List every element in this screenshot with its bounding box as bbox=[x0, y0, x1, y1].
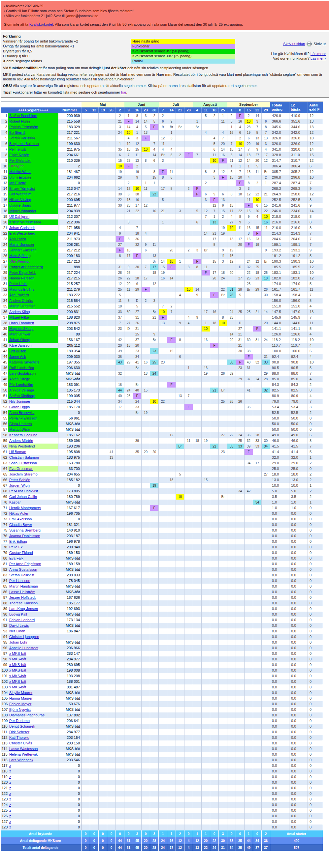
seglare-link[interactable]: Olle Wenrup bbox=[9, 259, 29, 263]
seglare-link[interactable]: Peter Degerfeldt bbox=[9, 271, 36, 275]
seglare-link[interactable]: Per Tengå bbox=[9, 147, 26, 151]
seglare-link[interactable]: Hanna Persson bbox=[9, 276, 34, 280]
seglare-link[interactable]: Kati Thorwid bbox=[9, 736, 29, 740]
seglare-link[interactable]: Claudia Beyer bbox=[9, 523, 32, 527]
seglare-link[interactable]: Per Hansson bbox=[9, 579, 30, 583]
seglare-link[interactable]: z bbox=[9, 769, 11, 773]
seglare-link[interactable]: Sofia Gustafsson bbox=[9, 461, 37, 465]
seglare-link[interactable]: Martin Schömer bbox=[9, 304, 35, 308]
seglare-link[interactable]: Christer Ljunggren bbox=[9, 635, 39, 639]
har-link[interactable]: här bbox=[121, 90, 126, 94]
seglare-link[interactable]: Martin Jonsson bbox=[9, 243, 34, 247]
seglare-link[interactable]: Åsa Polfjärd bbox=[9, 293, 29, 297]
seglare-link[interactable]: Ann Lorén bbox=[9, 237, 26, 241]
seglare-link[interactable]: Therese Karlsson bbox=[9, 601, 37, 605]
seglare-link[interactable]: Jesper Hoffstedt bbox=[9, 595, 36, 599]
seglare-link[interactable]: Diamantis Plachouras bbox=[9, 713, 45, 717]
seglare-link[interactable]: Kristin Wilhelmsson bbox=[9, 220, 41, 224]
seglare-link[interactable]: Ulf Myrin bbox=[9, 164, 23, 168]
seglare-link[interactable]: x MKS-båt bbox=[9, 674, 26, 678]
seglare-link[interactable]: Gustav Eklund bbox=[9, 551, 33, 555]
seglare-link[interactable]: x MKS-båt bbox=[9, 668, 26, 672]
seglare-link[interactable]: Erik Westerberg bbox=[9, 231, 35, 235]
seglare-link[interactable]: Ulf Dahlgren bbox=[9, 215, 29, 218]
seglare-link[interactable]: Helena Wetterwik bbox=[9, 752, 37, 756]
seglare-link[interactable]: Janne Ask bbox=[9, 354, 26, 359]
seglare-link[interactable]: Marc Schwer bbox=[9, 332, 30, 336]
seglare-link[interactable]: Pär Lundström bbox=[9, 382, 33, 386]
seglare-link[interactable]: z bbox=[9, 792, 11, 796]
seglare-link[interactable]: Lars Widebeck bbox=[9, 758, 33, 762]
seglare-link[interactable]: Lasse Hellström bbox=[9, 590, 35, 594]
seglare-link[interactable]: Anian Kriege bbox=[9, 377, 30, 381]
seglare-link[interactable]: Per Redemo bbox=[9, 719, 30, 723]
seglare-link[interactable]: Magnus Elgåhs bbox=[9, 287, 34, 291]
seglare-link[interactable]: Magnus Skoog bbox=[9, 327, 33, 331]
seglare-link[interactable]: Susanna Bremberg bbox=[9, 528, 40, 532]
seglare-link[interactable]: Pontus Fernström bbox=[9, 125, 38, 129]
seglare-link[interactable]: Björn Erixson bbox=[9, 175, 31, 179]
seglare-link[interactable]: Anna Gustafsson bbox=[9, 567, 37, 571]
seglare-link[interactable]: David Lewis bbox=[9, 623, 29, 627]
seglare-link[interactable]: z bbox=[9, 764, 11, 768]
seglare-link[interactable]: Ulf Boman bbox=[9, 450, 26, 454]
seglare-link[interactable]: z bbox=[9, 803, 11, 807]
seglare-link[interactable]: Nils Jöninger bbox=[9, 399, 30, 403]
seglare-link[interactable]: Per-Erik Eriksson bbox=[9, 416, 37, 420]
seglare-link[interactable]: Katarina Smedfors bbox=[9, 360, 39, 364]
seglare-link[interactable]: Peter Holm bbox=[9, 282, 27, 286]
kvallskorkortet-link[interactable]: Kvällskörkortet bbox=[29, 23, 53, 26]
seglare-link[interactable]: x MKS-båt bbox=[9, 663, 26, 666]
seglare-link[interactable]: z bbox=[9, 825, 11, 829]
seglare-link[interactable]: Jörgen Wigh bbox=[9, 484, 30, 487]
seglare-link[interactable]: Niklas Virving bbox=[9, 198, 31, 202]
seglare-link[interactable]: Sibylle Maurer bbox=[9, 691, 32, 695]
seglare-link[interactable]: Per Ohlander bbox=[9, 158, 31, 162]
seglare-link[interactable]: Stefan Sundblom bbox=[9, 114, 37, 118]
seglare-link[interactable]: Bengt Schaurek bbox=[9, 724, 35, 728]
seglare-link[interactable]: Hanna Maurer bbox=[9, 696, 32, 700]
las-mer-link-2[interactable]: Läs mer> bbox=[310, 56, 326, 60]
seglare-link[interactable]: Kaspar bbox=[9, 500, 21, 504]
seglare-link[interactable]: Benjamin Bultman bbox=[9, 142, 38, 146]
seglare-link[interactable]: Ian Elliotte bbox=[9, 181, 26, 185]
seglare-link[interactable]: z bbox=[9, 819, 11, 824]
seglare-link[interactable]: Mikael Hilke bbox=[9, 315, 29, 319]
seglare-link[interactable]: Eva Grossman bbox=[9, 467, 33, 471]
seglare-link[interactable]: Lars Krog-Jensen bbox=[9, 607, 38, 611]
seglare-link[interactable]: z bbox=[9, 808, 11, 812]
seglare-link[interactable]: Johan Luhr bbox=[9, 640, 27, 644]
seglare-link[interactable]: Robert Huhn bbox=[9, 119, 30, 123]
seglare-link[interactable]: Kenneth Höglund bbox=[9, 433, 37, 437]
seglare-link[interactable]: z bbox=[9, 797, 11, 801]
seglare-link[interactable]: x MKS-båt bbox=[9, 685, 26, 689]
seglare-link[interactable]: Stefan Kindborg bbox=[9, 394, 35, 398]
seglare-link[interactable]: Joanna Danielsson bbox=[9, 534, 40, 538]
seglare-link[interactable]: Joachim Staremo bbox=[9, 472, 37, 476]
seglare-link[interactable]: Per-Olof Lindkvist bbox=[9, 489, 38, 493]
seglare-link[interactable]: Clara Hamrén bbox=[9, 422, 32, 426]
seglare-link[interactable]: Bo Sternå bbox=[9, 130, 25, 134]
seglare-link[interactable]: Pelle Ek bbox=[9, 545, 23, 549]
seglare-link[interactable]: Carl Johan Callin bbox=[9, 495, 37, 499]
seglare-link[interactable]: Nina Westerlind bbox=[9, 444, 35, 448]
seglare-link[interactable]: Per Arne Fritjofsson bbox=[9, 562, 41, 566]
seglare-link[interactable]: x MKS-båt bbox=[9, 651, 26, 655]
printer-icon[interactable] bbox=[307, 41, 312, 47]
seglare-link[interactable]: Johan Öberg bbox=[9, 338, 30, 342]
seglare-link[interactable]: Markko Waas bbox=[9, 170, 31, 174]
seglare-link[interactable]: Anna Brusewitz bbox=[9, 411, 34, 414]
las-mer-link-1[interactable]: Läs mer> bbox=[310, 52, 326, 56]
seglare-link[interactable]: Ebbe Rosén bbox=[9, 153, 29, 157]
seglare-link[interactable]: z bbox=[9, 814, 11, 818]
seglare-link[interactable]: Stefan Karlsson bbox=[9, 136, 35, 140]
print-page-link[interactable]: Skriv ut sidan bbox=[283, 42, 305, 46]
seglare-link[interactable]: x MKS-båt bbox=[9, 680, 26, 683]
seglare-link[interactable]: Christer Ulvås bbox=[9, 741, 32, 745]
seglare-link[interactable]: Ludvig Käll bbox=[9, 612, 27, 616]
seglare-link[interactable]: Anders Mårtén bbox=[9, 439, 33, 442]
seglare-link[interactable]: Lasse Wastesson bbox=[9, 747, 37, 751]
seglare-link[interactable]: Erik Edhag bbox=[9, 539, 27, 544]
seglare-link[interactable]: Annica Vellinga bbox=[9, 388, 34, 392]
seglare-link[interactable]: Nils Lindh bbox=[9, 629, 25, 633]
